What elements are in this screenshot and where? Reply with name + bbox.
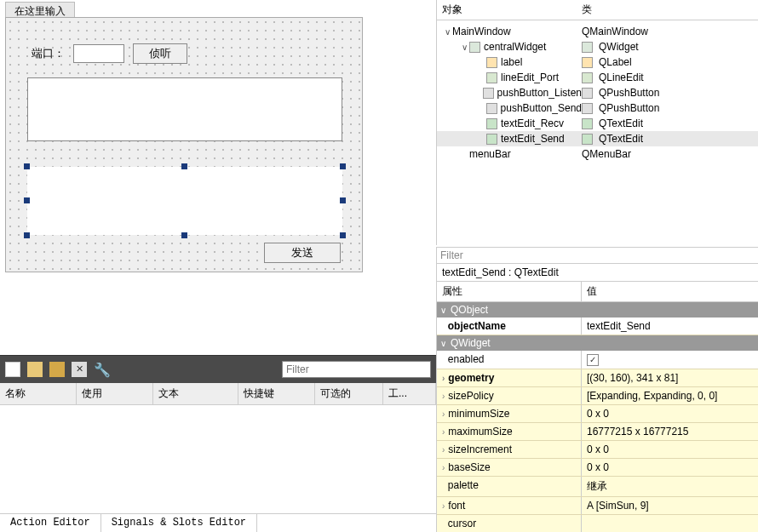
property-value[interactable]: textEdit_Send bbox=[582, 317, 758, 335]
tree-item-name: label bbox=[501, 56, 522, 68]
property-row-baseSize[interactable]: ›baseSize0 x 0 bbox=[437, 459, 758, 477]
tab-signals-slots[interactable]: Signals & Slots Editor bbox=[101, 514, 257, 532]
property-value[interactable]: [Expanding, Expanding, 0, 0] bbox=[582, 387, 758, 404]
resize-handle[interactable] bbox=[181, 163, 187, 169]
tree-row-MainWindow[interactable]: ∨MainWindowQMainWindow bbox=[437, 24, 758, 39]
folder-open-icon[interactable] bbox=[49, 362, 65, 377]
resize-handle[interactable] bbox=[24, 163, 30, 169]
new-action-icon[interactable] bbox=[5, 362, 20, 377]
property-value[interactable]: A [SimSun, 9] bbox=[582, 497, 758, 514]
action-header-tooltip[interactable]: 工... bbox=[383, 383, 436, 404]
property-title: textEdit_Send : QTextEdit bbox=[437, 264, 758, 282]
property-row-minimumSize[interactable]: ›minimumSize0 x 0 bbox=[437, 405, 758, 423]
action-list-body[interactable] bbox=[0, 405, 436, 514]
textedit-send-selected[interactable] bbox=[27, 167, 342, 235]
property-row-font[interactable]: ›fontA [SimSun, 9] bbox=[437, 497, 758, 515]
port-input[interactable] bbox=[73, 44, 124, 63]
property-row-cursor[interactable]: cursor bbox=[437, 515, 758, 532]
folder-icon[interactable] bbox=[27, 362, 43, 377]
property-value[interactable]: 继承 bbox=[582, 477, 758, 496]
action-editor-panel: ✕ 🔧 名称 使用 文本 快捷键 可选的 工... bbox=[0, 355, 436, 513]
resize-handle[interactable] bbox=[340, 197, 346, 203]
push-icon bbox=[483, 88, 493, 99]
action-filter-input[interactable] bbox=[282, 361, 431, 378]
action-header-name[interactable]: 名称 bbox=[0, 383, 77, 404]
tree-row-centralWidget[interactable]: ∨centralWidgetQWidget bbox=[437, 39, 758, 54]
property-row-enabled[interactable]: enabled✓ bbox=[437, 351, 758, 369]
tree-row-menuBar[interactable]: menuBarQMenuBar bbox=[437, 146, 758, 162]
tree-row-pushButton_Listen[interactable]: pushButton_ListenQPushButton bbox=[437, 85, 758, 100]
tree-item-class: QPushButton bbox=[599, 87, 659, 99]
text-icon bbox=[582, 118, 593, 129]
property-row-sizeIncrement[interactable]: ›sizeIncrement0 x 0 bbox=[437, 441, 758, 459]
tree-row-textEdit_Recv[interactable]: textEdit_RecvQTextEdit bbox=[437, 116, 758, 131]
resize-handle[interactable] bbox=[340, 232, 346, 238]
form-canvas[interactable]: 端口： 侦听 发送 bbox=[5, 17, 363, 272]
tree-item-name: pushButton_Listen bbox=[497, 87, 582, 99]
textedit-recv[interactable] bbox=[27, 77, 342, 141]
label-icon bbox=[486, 57, 497, 68]
property-row-palette[interactable]: palette继承 bbox=[437, 477, 758, 497]
expand-arrow-icon[interactable]: › bbox=[442, 463, 445, 472]
tree-row-pushButton_Send[interactable]: pushButton_SendQPushButton bbox=[437, 100, 758, 116]
action-header-shortcut[interactable]: 快捷键 bbox=[238, 383, 315, 404]
tree-item-class: QTextEdit bbox=[599, 133, 643, 145]
property-header-name[interactable]: 属性 bbox=[437, 282, 582, 301]
expand-arrow-icon[interactable]: › bbox=[442, 374, 445, 383]
listen-button[interactable]: 侦听 bbox=[133, 43, 187, 64]
expander-icon[interactable]: ∨ bbox=[442, 27, 452, 37]
property-value[interactable]: 0 x 0 bbox=[582, 405, 758, 422]
expand-arrow-icon[interactable]: › bbox=[442, 445, 445, 455]
property-value[interactable]: 0 x 0 bbox=[582, 441, 758, 458]
property-filter[interactable]: Filter bbox=[437, 248, 758, 264]
resize-handle[interactable] bbox=[181, 232, 187, 238]
property-group-QWidget[interactable]: ∨QWidget bbox=[437, 335, 758, 351]
object-header-name[interactable]: 对象 bbox=[437, 3, 582, 17]
property-row-maximumSize[interactable]: ›maximumSize16777215 x 16777215 bbox=[437, 423, 758, 441]
property-value[interactable] bbox=[582, 515, 758, 532]
expand-arrow-icon[interactable]: › bbox=[442, 392, 445, 401]
action-header-used[interactable]: 使用 bbox=[77, 383, 153, 404]
object-header-class[interactable]: 类 bbox=[582, 3, 758, 17]
tree-row-label[interactable]: labelQLabel bbox=[437, 54, 758, 70]
property-value[interactable]: 16777215 x 16777215 bbox=[582, 423, 758, 440]
action-header-text[interactable]: 文本 bbox=[153, 383, 238, 404]
collapse-icon[interactable]: ∨ bbox=[440, 306, 451, 315]
resize-handle[interactable] bbox=[24, 232, 30, 238]
checkbox-icon[interactable]: ✓ bbox=[587, 354, 599, 366]
widget-icon bbox=[469, 42, 480, 53]
wrench-icon[interactable]: 🔧 bbox=[94, 362, 111, 378]
expand-arrow-icon[interactable]: › bbox=[442, 501, 445, 511]
expand-arrow-icon[interactable]: › bbox=[442, 427, 445, 437]
form-designer-area: 在这里输入 端口： 侦听 发送 bbox=[0, 0, 434, 332]
property-row-geometry[interactable]: ›geometry[(30, 160), 341 x 81] bbox=[437, 369, 758, 387]
tree-row-lineEdit_Port[interactable]: lineEdit_PortQLineEdit bbox=[437, 70, 758, 85]
property-name: maximumSize bbox=[448, 426, 512, 438]
send-button[interactable]: 发送 bbox=[264, 243, 341, 263]
resize-handle[interactable] bbox=[24, 197, 30, 203]
expander-icon[interactable]: ∨ bbox=[459, 43, 469, 52]
property-value[interactable]: ✓ bbox=[582, 351, 758, 369]
tab-action-editor[interactable]: Action Editor bbox=[0, 514, 101, 532]
delete-icon[interactable]: ✕ bbox=[72, 362, 87, 377]
property-name: font bbox=[448, 500, 465, 512]
text-icon bbox=[486, 134, 497, 145]
property-value[interactable]: [(30, 160), 341 x 81] bbox=[582, 369, 758, 386]
action-column-headers: 名称 使用 文本 快捷键 可选的 工... bbox=[0, 383, 436, 405]
property-value[interactable]: 0 x 0 bbox=[582, 459, 758, 476]
tree-item-class: QWidget bbox=[599, 41, 639, 53]
action-header-checkable[interactable]: 可选的 bbox=[315, 383, 383, 404]
property-row-objectName[interactable]: objectNametextEdit_Send bbox=[437, 317, 758, 335]
property-row-sizePolicy[interactable]: ›sizePolicy[Expanding, Expanding, 0, 0] bbox=[437, 387, 758, 405]
tree-item-class: QTextEdit bbox=[599, 117, 643, 129]
expand-arrow-icon[interactable]: › bbox=[442, 409, 445, 419]
widget-icon bbox=[582, 42, 593, 53]
collapse-icon[interactable]: ∨ bbox=[440, 339, 451, 348]
tree-row-textEdit_Send[interactable]: textEdit_SendQTextEdit bbox=[437, 131, 758, 146]
tree-item-name: textEdit_Send bbox=[501, 133, 565, 145]
action-toolbar: ✕ 🔧 bbox=[0, 356, 436, 383]
push-icon bbox=[582, 103, 593, 114]
property-header-value[interactable]: 值 bbox=[582, 282, 758, 301]
resize-handle[interactable] bbox=[340, 163, 346, 169]
property-group-QObject[interactable]: ∨QObject bbox=[437, 302, 758, 317]
